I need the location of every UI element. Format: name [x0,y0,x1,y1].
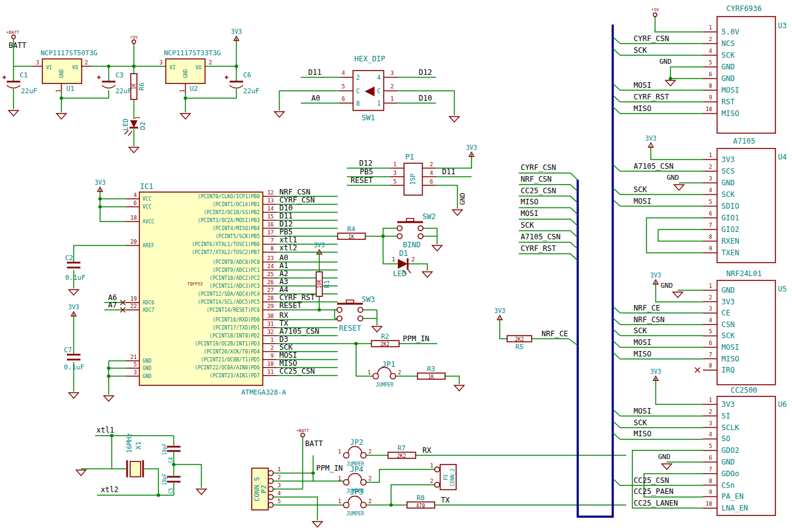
net-label: D11 [308,68,322,77]
pin-number: 6 [342,96,345,102]
net-label: MISO [279,359,297,368]
pin-name: (PCINT10/ADC2)PC2 [209,276,260,281]
batt-flag-label: +BATT [6,30,20,35]
u6-ref: U6 [778,400,786,409]
pin-number: 1 [709,397,712,403]
r5-ref: R5 [515,343,523,351]
net-label: D3 [279,335,288,344]
d1-ref: D1 [399,249,408,258]
d1-value: LED [393,269,406,278]
r7-ref: R7 [397,444,405,452]
pin-name: GND [721,63,735,71]
jp1-pin2: 2 [398,369,401,376]
p3v3-flag-label: 3V3 [95,179,106,186]
pin-number: 10 [267,361,274,367]
d2-pin1: 1 [134,116,141,119]
pin-name: GND [721,179,735,187]
p3-ref: P3 [443,474,449,480]
u2-pin2: 2 [209,60,212,66]
pin-name: 3V3 [721,298,735,306]
junction [311,471,315,475]
net-label: D12 [279,220,293,228]
p3v3-flag-label: 3V3 [650,272,661,279]
net-label: NRF_CSN [521,175,552,183]
p3v3-flag-label: 3V3 [68,304,79,310]
pin-number: 5 [342,83,345,90]
sw3-contact [358,307,363,312]
u1-gnd-pin-name: GND [59,69,64,79]
pin-number: 8 [709,234,712,240]
p2-pin-pad [268,479,273,484]
sw3-ref: SW3 [362,295,375,304]
pin-number: 29 [267,303,274,309]
pin-name: MOSI [721,86,739,94]
pin-name: GDO2 [721,446,739,455]
pin-number: 4 [709,48,712,54]
pin-number: 5 [394,179,397,185]
jp3-pad [344,503,349,508]
pin-number: 9 [709,94,712,101]
p2-pin-pad [268,471,273,476]
pin-number: 6 [709,210,712,217]
pin-number: 5 [709,199,712,205]
p3v3-flag-label: 3V3 [314,242,325,249]
net-label: CYRF_CSN [279,196,315,204]
r1-ref: R1 [323,280,331,288]
sw2-contact [397,234,402,239]
pin-number: 25 [267,271,274,277]
ic1-package: TQFP32 [187,282,203,287]
r8-ref: R8 [416,494,424,502]
net-label: xtl2 [279,244,297,252]
hexdip-title: HEX_DIP [354,55,386,63]
net-label: MOSI [634,338,651,347]
net-label: NRF_CE [634,304,660,312]
pin-number: 22 [130,303,137,309]
pin-number: 20 [130,239,137,245]
c3-value: 22uF [115,87,132,95]
p3-name: CONN_2 [450,468,456,486]
net-label: MISO [634,350,651,358]
pin-name: (PCINT16/RXD)PD0 [212,317,260,323]
jp1-pad [373,374,379,379]
pin-name: TXEN [721,249,739,257]
x1-value: 16MHz [125,433,133,453]
pin-name: (PCINT14/SCL/ADC5)PC5 [198,299,260,305]
net-label: xtl2 [101,485,118,494]
junction [107,374,111,378]
p3v3-flag-label: 3V3 [231,28,242,35]
u1-pin3: 3 [36,60,39,66]
net-label: xtl1 [96,426,114,434]
pin-number: 4 [709,431,712,438]
junction [60,96,63,100]
net-label: MISO [634,430,651,438]
pin-number: 2 [709,295,712,301]
pin-name: 3V3 [721,400,735,409]
u1-title: NCP1117ST50T3G [41,49,98,57]
pin-name: (PCINT5/SCK)PB5 [215,234,260,239]
pin-number: 3 [709,420,712,426]
p2-pin-pad [268,487,273,492]
pin-name: 5.0V [721,28,739,36]
u5-title: NRF24L01 [726,269,762,278]
sw3-contact [358,316,363,321]
sw1-inner: 1 [377,100,381,107]
pin-name: (PCINT22/OC0A/AIN0)PD6 [195,365,260,371]
net-label: A3 [279,277,288,286]
pin-number: 4 [134,192,137,198]
d2-ref: D2 [139,121,147,129]
junction [157,493,160,497]
jp2-pad [361,453,367,458]
u2-pin1: 1 [179,89,185,92]
pin-number: 3 [709,175,712,182]
jp4-pad [361,480,367,485]
net-label: A0 [311,94,320,102]
net-label: SCK [521,221,534,229]
r7-value: 2K2 [397,453,406,459]
net-label: A2 [279,269,288,278]
pin-number: 2 [709,164,712,170]
pin-number: 6 [430,179,433,185]
u5-ref: U5 [778,285,786,293]
net-label: CYRF_CSN [634,34,669,43]
c7-ref: C7 [64,346,72,354]
pin-name: 3V3 [721,155,735,164]
